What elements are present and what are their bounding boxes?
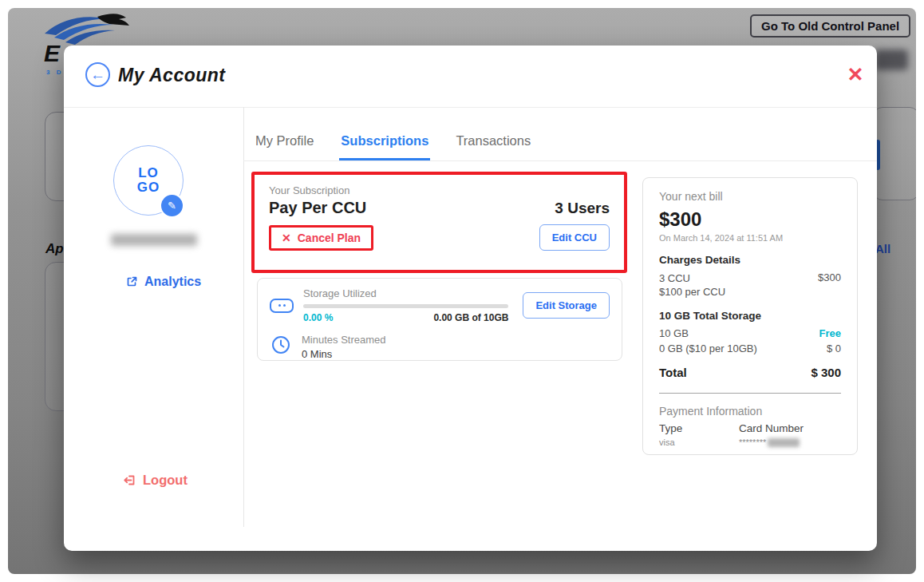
- plan-name: Pay Per CCU: [269, 199, 366, 217]
- backdrop-partial-heading: Ap: [45, 241, 64, 257]
- cancel-plan-label: Cancel Plan: [298, 232, 361, 244]
- total-storage-header: 10 GB Total Storage: [659, 310, 841, 322]
- storage-label: Storage Utilized: [303, 287, 508, 299]
- edit-ccu-button[interactable]: Edit CCU: [539, 224, 610, 251]
- go-to-old-control-panel-button[interactable]: Go To Old Control Panel: [750, 14, 910, 38]
- storage-progress-bar: [303, 304, 508, 308]
- subscription-label: Your Subscription: [269, 184, 610, 196]
- minutes-streamed-label: Minutes Streamed: [302, 334, 386, 346]
- tab-transactions[interactable]: Transactions: [454, 133, 532, 160]
- modal-header: ← My Account ✕: [64, 46, 877, 108]
- storage-extra: 0 GB ($10 per 10GB): [659, 342, 757, 354]
- sidebar-item-analytics[interactable]: Analytics: [125, 275, 201, 289]
- cancel-plan-button[interactable]: ✕ Cancel Plan: [269, 225, 373, 251]
- storage-drive-icon: [270, 299, 294, 313]
- avatar-text-line1: LO: [138, 166, 159, 180]
- close-icon: ✕: [847, 65, 864, 85]
- ccu-rate: $100 per CCU: [659, 285, 725, 299]
- edit-storage-button[interactable]: Edit Storage: [523, 292, 610, 319]
- ccu-count: 3 CCU: [659, 271, 725, 285]
- storage-usage: 0.00 GB of 10GB: [433, 312, 508, 323]
- logout-icon: [123, 473, 136, 487]
- payment-information-header: Payment Information: [659, 405, 841, 418]
- backdrop-blurred-badge: [875, 49, 908, 70]
- next-bill-date: On March 14, 2024 at 11:51 AM: [659, 233, 841, 243]
- logout-label: Logout: [143, 473, 188, 488]
- clock-icon: [271, 335, 290, 354]
- card-number-label: Card Number: [739, 422, 804, 434]
- edit-avatar-button[interactable]: ✎: [160, 193, 184, 218]
- next-bill-label: Your next bill: [659, 190, 841, 203]
- storage-included: 10 GB: [659, 327, 689, 339]
- charges-details-header: Charges Details: [659, 254, 841, 266]
- tab-bar: My Profile Subscriptions Transactions: [243, 107, 877, 161]
- bill-divider: [659, 393, 841, 394]
- ccu-amount: $300: [818, 271, 841, 299]
- card-number-blurred-digits: [768, 438, 800, 447]
- storage-included-amount: Free: [819, 327, 841, 339]
- external-link-icon: [125, 275, 138, 288]
- payment-type-label: Type: [659, 422, 739, 434]
- back-arrow-icon: ←: [90, 67, 105, 82]
- backdrop-logo-letter: E: [44, 40, 61, 67]
- subscription-card-annotated: Your Subscription Pay Per CCU 3 Users ✕ …: [251, 172, 627, 273]
- backdrop-logo-subtext: 3 D: [46, 69, 63, 76]
- pencil-icon: ✎: [168, 200, 176, 212]
- close-button[interactable]: ✕: [844, 63, 867, 85]
- plan-users: 3 Users: [555, 200, 610, 217]
- total-label: Total: [659, 366, 687, 379]
- next-bill-card: Your next bill $300 On March 14, 2024 at…: [642, 177, 858, 455]
- cancel-x-icon: ✕: [282, 232, 291, 243]
- page-title: My Account: [118, 65, 226, 86]
- my-account-modal: ← My Account ✕ LO GO ✎ Analytics Logout …: [64, 46, 877, 551]
- payment-type-value: visa: [659, 437, 739, 447]
- logout-button[interactable]: Logout: [123, 473, 188, 488]
- tab-my-profile[interactable]: My Profile: [254, 133, 315, 160]
- tab-subscriptions[interactable]: Subscriptions: [339, 133, 430, 160]
- avatar-text-line2: GO: [137, 180, 160, 195]
- next-bill-amount: $300: [659, 208, 841, 231]
- card-number-value: ********: [739, 437, 766, 447]
- minutes-streamed-value: 0 Mins: [302, 348, 386, 360]
- storage-card: Storage Utilized 0.00 % 0.00 GB of 10GB …: [257, 278, 622, 361]
- storage-extra-amount: $ 0: [827, 342, 841, 354]
- blurred-username: [111, 234, 197, 246]
- back-button[interactable]: ←: [85, 62, 110, 87]
- analytics-label: Analytics: [144, 275, 201, 289]
- storage-percent: 0.00 %: [303, 312, 333, 323]
- backdrop-view-all-link[interactable]: All: [875, 242, 890, 255]
- sidebar-divider: [243, 107, 244, 527]
- total-amount: $ 300: [811, 366, 841, 379]
